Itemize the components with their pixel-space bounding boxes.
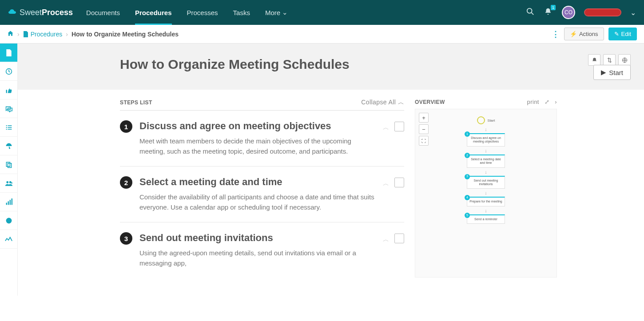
flow-node-label: Select a meeting date and time (471, 158, 501, 164)
search-icon[interactable] (526, 8, 534, 17)
sort-button[interactable]: ⇅ (603, 54, 616, 66)
content: ⇅ How to Organize Meeting Schedules ▶ St… (18, 44, 644, 296)
flow-node-label: Prepare for the meeting (469, 200, 502, 203)
step-checkbox[interactable] (394, 178, 404, 187)
rail-clock-icon[interactable] (0, 62, 17, 81)
nav-processes[interactable]: Processes (187, 0, 218, 25)
crumb-actions: ⋮ ⚡ Actions ✎ Edit (552, 28, 637, 40)
rail-activity-icon[interactable] (0, 230, 17, 249)
flow-node-label: Send a reminder (474, 218, 497, 221)
edit-button[interactable]: ✎ Edit (608, 28, 637, 40)
zoom-in-button[interactable]: + (419, 113, 429, 123)
rail-list-icon[interactable] (0, 118, 17, 137)
steps-column: STEPS LIST Collapse All ︿ 1 Discuss and … (120, 99, 404, 278)
breadcrumb-sep: › (17, 31, 20, 38)
step-description: Consider the availability of all partici… (139, 192, 376, 212)
hero: ⇅ How to Organize Meeting Schedules ▶ St… (18, 44, 644, 90)
step-checkbox[interactable] (394, 122, 404, 131)
cloud-icon (8, 8, 17, 17)
rail-analytics-icon[interactable] (0, 193, 17, 211)
nav-links: Documents Procedures Processes Tasks Mor… (86, 0, 288, 25)
rail-document-icon[interactable] (0, 44, 17, 62)
hero-tools: ⇅ (588, 54, 631, 66)
zoom-out-button[interactable]: − (419, 124, 429, 134)
rail-copy-icon[interactable] (0, 155, 17, 174)
svg-point-12 (6, 181, 8, 183)
top-nav: SweetProcess Documents Procedures Proces… (0, 0, 644, 25)
body-columns: STEPS LIST Collapse All ︿ 1 Discuss and … (18, 90, 644, 296)
chevron-up-icon: ︿ (398, 99, 404, 106)
flow-node[interactable]: 2Select a meeting date and time (467, 155, 505, 168)
step-number: 1 (120, 120, 132, 133)
svg-rect-16 (9, 200, 10, 205)
flow-arrow: ↓ (485, 125, 487, 133)
flow-node-label: Send out meeting invitations (474, 179, 498, 186)
step-description: Meet with team members to decide the mai… (139, 136, 376, 156)
breadcrumb-current: How to Organize Meeting Schedules (72, 31, 179, 38)
app-logo[interactable]: SweetProcess (8, 8, 73, 17)
actions-button[interactable]: ⚡ Actions (564, 28, 604, 40)
step-number: 2 (120, 176, 132, 189)
globe-button[interactable] (618, 54, 631, 66)
flowchart: Start ↓ 1Discuss and agree on meeting ob… (420, 116, 552, 224)
svg-rect-17 (11, 198, 12, 205)
zoom-fit-button[interactable]: ⛶ (419, 136, 429, 146)
nav-more[interactable]: More ⌄ (265, 0, 288, 25)
user-name-redacted (585, 9, 620, 16)
flow-node-badge: 5 (465, 213, 470, 218)
nav-more-label: More (265, 9, 280, 16)
logo-text-bold: Process (42, 8, 73, 17)
notifications-button[interactable]: 1 (544, 8, 552, 17)
rail-team-icon[interactable] (0, 174, 17, 193)
breadcrumb-procedures[interactable]: Procedures (23, 31, 63, 38)
flow-node-label: Discuss and agree on meeting objectives (471, 136, 501, 143)
chevron-down-icon[interactable]: ⌄ (630, 8, 636, 17)
breadcrumb-bar: › Procedures › How to Organize Meeting S… (0, 25, 644, 44)
step-item: 2 Select a meeting date and time Conside… (120, 166, 404, 222)
step-collapse-icon[interactable]: ︿ (383, 180, 389, 188)
step-title: Send out meeting invitations (139, 232, 376, 244)
bell-button[interactable] (588, 54, 600, 66)
nav-documents[interactable]: Documents (86, 0, 120, 25)
main: ⇅ How to Organize Meeting Schedules ▶ St… (0, 44, 644, 296)
actions-label: Actions (579, 31, 598, 37)
collapse-all-button[interactable]: Collapse All ︿ (361, 99, 404, 107)
flow-node[interactable]: 3Send out meeting invitations (467, 176, 505, 189)
flow-node[interactable]: 1Discuss and agree on meeting objectives (467, 133, 505, 147)
step-collapse-icon[interactable]: ︿ (383, 124, 389, 132)
overview-canvas: + − ⛶ Start ↓ 1Discuss and agree on meet… (415, 109, 557, 277)
svg-rect-5 (8, 125, 12, 126)
breadcrumb-sep: › (66, 31, 68, 38)
svg-line-1 (532, 13, 534, 15)
chevron-right-icon[interactable]: › (555, 99, 557, 105)
rail-umbrella-icon[interactable] (0, 137, 17, 155)
flow-node[interactable]: 4Prepare for the meeting (467, 197, 505, 206)
step-collapse-icon[interactable]: ︿ (383, 236, 389, 244)
chevron-down-icon: ⌄ (282, 8, 288, 16)
step-number: 3 (120, 232, 132, 245)
nav-tasks[interactable]: Tasks (233, 0, 250, 25)
svg-rect-8 (6, 129, 7, 130)
collapse-label: Collapse All (361, 99, 396, 106)
steps-heading: STEPS LIST (120, 99, 152, 106)
user-avatar[interactable]: CO (562, 6, 575, 19)
rail-gear-icon[interactable] (0, 211, 17, 230)
flow-node[interactable]: 5Send a reminder (467, 214, 505, 224)
home-icon[interactable] (7, 30, 14, 38)
svg-rect-7 (8, 127, 12, 128)
nav-right: 1 CO ⌄ (526, 6, 636, 19)
step-checkbox[interactable] (394, 234, 404, 243)
kebab-menu[interactable]: ⋮ (552, 29, 560, 39)
start-button[interactable]: ▶ Start (593, 65, 631, 80)
rail-thumbs-up-icon[interactable] (0, 81, 17, 99)
nav-procedures[interactable]: Procedures (135, 0, 172, 25)
overview-column: OVERVIEW print ⤢ › + − ⛶ (415, 99, 557, 278)
rail-chat-icon[interactable] (0, 99, 17, 118)
svg-rect-15 (8, 201, 8, 205)
flow-start-node (477, 116, 485, 124)
expand-icon[interactable]: ⤢ (545, 99, 549, 105)
flow-node-badge: 1 (465, 131, 470, 137)
print-button[interactable]: print (527, 99, 539, 105)
svg-rect-14 (6, 202, 7, 205)
bolt-icon: ⚡ (570, 31, 577, 37)
